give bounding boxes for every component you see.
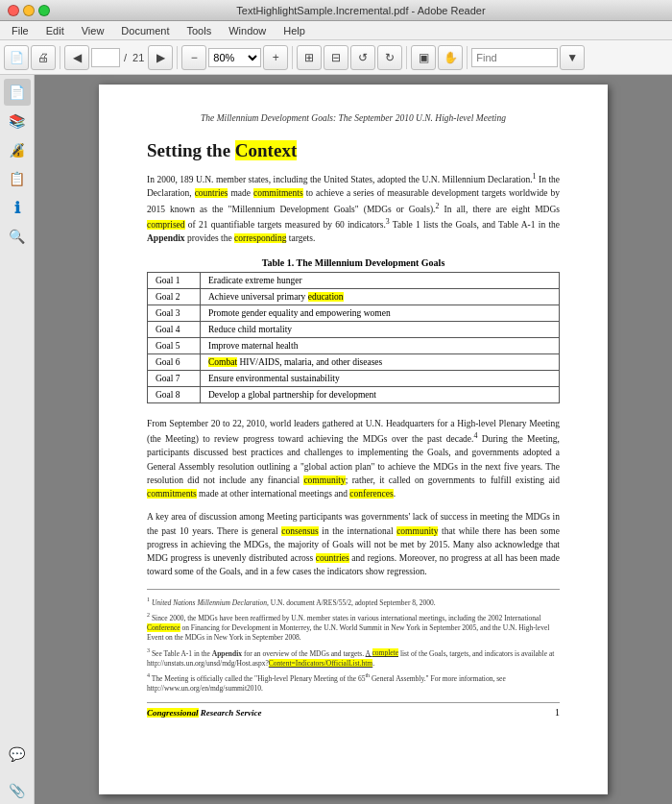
hand-tool[interactable]: ✋	[438, 45, 463, 70]
table-cell-description: Eradicate extreme hunger	[201, 272, 560, 288]
table-cell-description: Ensure environmental sustainability	[201, 370, 560, 386]
table-cell-goal: Goal 2	[148, 288, 201, 305]
pdf-page: The Millennium Development Goals: The Se…	[99, 85, 608, 794]
table-cell-description: Improve maternal health	[201, 337, 560, 353]
table-cell-goal: Goal 5	[148, 337, 201, 353]
window-controls[interactable]	[8, 5, 50, 16]
highlight-conference-fn: Conference	[147, 623, 180, 632]
close-button[interactable]	[8, 5, 19, 16]
section-title: Setting the Context	[147, 140, 560, 161]
pdf-viewer[interactable]: The Millennium Development Goals: The Se…	[35, 75, 672, 804]
print-button[interactable]: 🖨	[31, 45, 56, 70]
table-cell-goal: Goal 3	[148, 305, 201, 321]
maximize-button[interactable]	[38, 5, 50, 16]
menu-tools[interactable]: Tools	[180, 23, 220, 38]
footnote-4: 4 The Meeting is officially called the "…	[147, 671, 560, 694]
sidebar-bookmarks-icon[interactable]: 📚	[4, 108, 31, 134]
page-number-input[interactable]: 4	[91, 48, 120, 67]
search-button[interactable]: ▼	[560, 45, 585, 70]
highlight-comprised: comprised	[147, 220, 185, 230]
menu-file[interactable]: File	[4, 23, 36, 38]
sidebar-pages-icon[interactable]: 📄	[4, 79, 31, 106]
menu-window[interactable]: Window	[221, 23, 274, 38]
highlight-education: education	[308, 292, 344, 302]
zoom-out-button[interactable]: −	[181, 45, 206, 70]
menu-view[interactable]: View	[74, 23, 112, 38]
search-input[interactable]	[471, 48, 558, 67]
section-title-plain: Setting the	[147, 140, 235, 160]
main-layout: 📄 📚 🔏 📋 ℹ 🔍 💬 📎 The Millennium Developme…	[0, 75, 672, 804]
open-button[interactable]: 📄	[4, 45, 29, 70]
body-paragraph-1: In 2000, 189 U.N. member states, includi…	[147, 171, 560, 246]
footer-org-text: Research Service	[201, 708, 262, 718]
sidebar-attach-icon[interactable]: 📎	[4, 777, 31, 804]
minimize-button[interactable]	[23, 5, 35, 16]
table-cell-goal: Goal 8	[148, 386, 201, 402]
titlebar: TextHighlightSample.Incremental.pdf - Ad…	[0, 0, 672, 21]
select-tool[interactable]: ▣	[411, 45, 436, 70]
footnote-2: 2 Since 2000, the MDGs have been reaffir…	[147, 611, 560, 644]
footer-page-number: 1	[555, 707, 560, 718]
table-cell-goal: Goal 6	[148, 353, 201, 370]
highlight-commitments-1: commitments	[253, 188, 303, 198]
footnote-3: 3 See Table A-1 in the Appendix for an o…	[147, 646, 560, 670]
toolbar: 📄 🖨 ◀ 4 / 21 ▶ − 80% 100% 125% 150% + ⊞ …	[0, 40, 672, 75]
table-caption: Table 1. The Millennium Development Goal…	[147, 257, 560, 268]
footnote-1: 1 United Nations Millennium Declaration,…	[147, 596, 560, 608]
highlight-congressional: Congressional	[147, 708, 199, 718]
sidebar: 📄 📚 🔏 📋 ℹ 🔍 💬 📎	[0, 75, 35, 804]
menu-help[interactable]: Help	[276, 23, 313, 38]
table-cell-goal: Goal 1	[148, 272, 201, 288]
sidebar-info-icon[interactable]: ℹ	[4, 194, 31, 221]
highlight-community-2: community	[396, 526, 438, 536]
sidebar-layers-icon[interactable]: 📋	[4, 165, 31, 192]
fit-page-button[interactable]: ⊞	[297, 45, 322, 70]
sidebar-search-icon[interactable]: 🔍	[4, 223, 31, 250]
sidebar-comment-icon[interactable]: 💬	[4, 741, 31, 767]
rotate-cw-button[interactable]: ↺	[350, 45, 375, 70]
highlight-combat: Combat	[208, 357, 237, 367]
table-cell-description: Develop a global partnership for develop…	[201, 386, 560, 402]
highlight-commitments-2: commitments	[147, 489, 197, 499]
table-cell-description: Combat HIV/AIDS, malaria, and other dise…	[201, 353, 560, 370]
table-cell-description: Promote gender equality and empowering w…	[201, 305, 560, 321]
rotate-ccw-button[interactable]: ↻	[377, 45, 402, 70]
table-cell-goal: Goal 7	[148, 370, 201, 386]
page-footer: Congressional Research Service 1	[147, 702, 560, 718]
zoom-select[interactable]: 80% 100% 125% 150%	[208, 48, 261, 67]
sidebar-signatures-icon[interactable]: 🔏	[4, 136, 31, 163]
footer-organization: Congressional Research Service	[147, 708, 262, 718]
section-title-highlight: Context	[235, 140, 297, 160]
highlight-conferences: conferences	[349, 489, 393, 499]
table-cell-description: Reduce child mortality	[201, 321, 560, 337]
table-cell-description: Achieve universal primary education	[201, 288, 560, 305]
separator-3	[292, 46, 293, 69]
fit-width-button[interactable]: ⊟	[324, 45, 348, 70]
highlight-countries-1: countries	[195, 188, 228, 198]
separator-5	[467, 46, 468, 69]
page-separator: /	[124, 52, 127, 63]
separator-1	[60, 46, 60, 69]
separator-4	[406, 46, 407, 69]
highlight-community-1: community	[303, 475, 345, 485]
table-cell-goal: Goal 4	[148, 321, 201, 337]
mdg-table: Table 1. The Millennium Development Goal…	[147, 257, 560, 403]
zoom-in-button[interactable]: +	[263, 45, 288, 70]
menu-document[interactable]: Document	[113, 23, 177, 38]
next-page-button[interactable]: ▶	[148, 45, 173, 70]
body-paragraph-3: A key area of discussion among Meeting p…	[147, 510, 560, 578]
separator-2	[177, 46, 178, 69]
page-total: 21	[132, 52, 144, 63]
menubar: File Edit View Document Tools Window Hel…	[0, 21, 672, 40]
page-header: The Millennium Development Goals: The Se…	[147, 113, 560, 123]
highlight-corresponding: corresponding	[234, 233, 286, 243]
body-paragraph-2: From September 20 to 22, 2010, world lea…	[147, 417, 560, 501]
highlight-consensus: consensus	[281, 526, 319, 536]
window-title: TextHighlightSample.Incremental.pdf - Ad…	[58, 5, 664, 16]
footnote-divider	[147, 589, 560, 590]
menu-edit[interactable]: Edit	[38, 23, 72, 38]
highlight-countries-2: countries	[316, 553, 349, 563]
prev-page-button[interactable]: ◀	[64, 45, 89, 70]
